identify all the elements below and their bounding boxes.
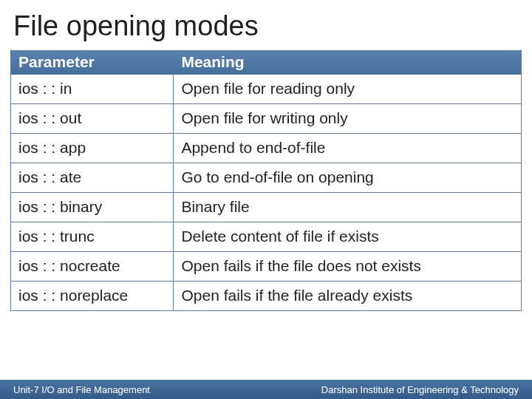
cell-parameter: ios : : binary — [10, 193, 174, 222]
modes-table-wrap: Parameter Meaning ios : : inOpen file fo… — [0, 50, 532, 311]
table-row: ios : : truncDelete content of file if e… — [10, 222, 522, 252]
cell-meaning: Binary file — [174, 193, 522, 222]
table-row: ios : : ateGo to end-of-file on opening — [10, 163, 522, 193]
cell-meaning: Open fails if the file does not exists — [174, 252, 522, 282]
cell-meaning: Open file for writing only — [174, 104, 522, 134]
cell-meaning: Go to end-of-file on opening — [174, 163, 522, 193]
footer-left: Unit-7 I/O and File Management — [13, 384, 150, 395]
cell-meaning: Delete content of file if exists — [174, 222, 522, 252]
header-meaning: Meaning — [174, 50, 522, 75]
header-parameter: Parameter — [10, 50, 174, 75]
cell-meaning: Append to end-of-file — [174, 134, 522, 163]
cell-parameter: ios : : out — [10, 104, 174, 134]
footer-right: Darshan Institute of Engineering & Techn… — [321, 384, 519, 395]
cell-meaning: Open file for reading only — [174, 75, 522, 104]
slide-title: File opening modes — [0, 0, 532, 50]
table-row: ios : : binaryBinary file — [10, 193, 522, 222]
slide-footer: Unit-7 I/O and File Management Darshan I… — [0, 380, 532, 399]
cell-parameter: ios : : app — [10, 134, 174, 163]
table-row: ios : : appAppend to end-of-file — [10, 134, 522, 163]
cell-parameter: ios : : in — [10, 75, 174, 104]
table-row: ios : : inOpen file for reading only — [10, 75, 522, 104]
table-row: ios : : noreplaceOpen fails if the file … — [10, 282, 522, 311]
cell-parameter: ios : : trunc — [10, 222, 174, 252]
cell-parameter: ios : : ate — [10, 163, 174, 193]
cell-parameter: ios : : noreplace — [10, 282, 174, 311]
cell-meaning: Open fails if the file already exists — [174, 282, 522, 311]
table-row: ios : : outOpen file for writing only — [10, 104, 522, 134]
modes-table: Parameter Meaning ios : : inOpen file fo… — [10, 50, 522, 311]
table-row: ios : : nocreateOpen fails if the file d… — [10, 252, 522, 282]
cell-parameter: ios : : nocreate — [10, 252, 174, 282]
